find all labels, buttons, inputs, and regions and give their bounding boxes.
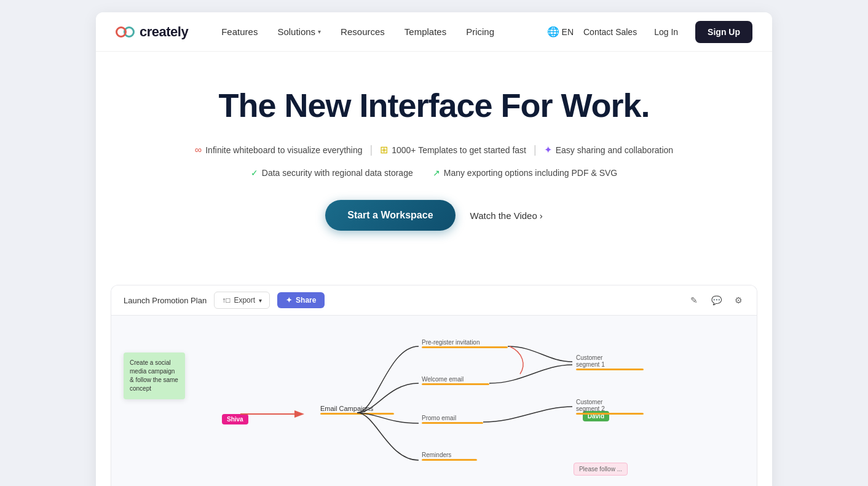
svg-text:Welcome email: Welcome email [422, 376, 464, 383]
watch-video-button[interactable]: Watch the Video › [470, 210, 543, 221]
comment-icon[interactable]: 💬 [710, 294, 722, 306]
feature-whiteboard: ∞ Infinite whiteboard to visualize every… [187, 142, 370, 158]
mindmap-diagram: Email Campaigns Pre-register invitation [111, 316, 757, 486]
app-preview: Launch Promotion Plan ↑□ Export ▾ ✦ Shar… [111, 285, 757, 486]
logo-icon [116, 26, 135, 38]
nav-pricing[interactable]: Pricing [457, 22, 503, 42]
export-button[interactable]: ↑□ Export ▾ [214, 292, 270, 309]
browser-window: creately Features Solutions ▾ Resources … [0, 0, 868, 486]
contact-sales-link[interactable]: Contact Sales [583, 27, 637, 37]
hero-features-row2: ✓ Data security with regional data stora… [116, 168, 752, 178]
nav-links: Features Solutions ▾ Resources Templates… [213, 22, 546, 42]
svg-rect-15 [576, 413, 644, 415]
feature-export: ↗ Many exporting options including PDF &… [433, 168, 617, 178]
svg-text:segment 1: segment 1 [576, 361, 605, 368]
share-button[interactable]: ✦ Share [277, 292, 325, 308]
chevron-right-icon: › [540, 210, 543, 221]
canvas-area: Create a social media campaign & follow … [111, 316, 757, 486]
nav-solutions[interactable]: Solutions ▾ [269, 22, 329, 42]
feature-templates: ⊞ 1000+ Templates to get started fast [373, 141, 534, 158]
templates-icon: ⊞ [380, 144, 388, 156]
feature-sharing: ✦ Easy sharing and collaboration [537, 141, 681, 158]
svg-text:Pre-register invitation: Pre-register invitation [422, 339, 479, 346]
export-arrow-icon: ↑□ [222, 296, 230, 305]
toolbar-left: Launch Promotion Plan ↑□ Export ▾ ✦ Shar… [124, 292, 325, 309]
chevron-down-icon: ▾ [318, 28, 321, 35]
export-icon: ↗ [433, 168, 440, 178]
feature-security: ✓ Data security with regional data stora… [251, 168, 413, 178]
share-icon: ✦ [544, 144, 552, 156]
settings-icon[interactable]: ⚙ [732, 294, 744, 306]
hero-section: The New Interface For Work. ∞ Infinite w… [96, 52, 772, 285]
nav-resources[interactable]: Resources [332, 22, 393, 42]
main-container: creately Features Solutions ▾ Resources … [96, 12, 772, 486]
infinite-icon: ∞ [195, 145, 202, 156]
language-selector[interactable]: 🌐 EN [547, 26, 574, 38]
svg-text:Promo email: Promo email [422, 415, 456, 421]
logo-text: creately [140, 24, 188, 40]
signup-button[interactable]: Sign Up [695, 21, 752, 43]
svg-text:Reminders: Reminders [422, 452, 451, 458]
logo-circle-left [116, 26, 127, 38]
hero-cta: Start a Workspace Watch the Video › [116, 200, 752, 231]
svg-rect-5 [422, 383, 489, 385]
hero-features-row1: ∞ Infinite whiteboard to visualize every… [116, 141, 752, 158]
navbar: creately Features Solutions ▾ Resources … [96, 12, 772, 52]
hero-title: The New Interface For Work. [116, 86, 752, 124]
globe-icon: 🌐 [547, 26, 559, 38]
toolbar-right: ✎ 💬 ⚙ [688, 294, 744, 306]
start-workspace-button[interactable]: Start a Workspace [325, 200, 455, 231]
app-toolbar: Launch Promotion Plan ↑□ Export ▾ ✦ Shar… [111, 285, 757, 316]
nav-templates[interactable]: Templates [396, 22, 455, 42]
svg-rect-3 [422, 346, 508, 348]
svg-text:Customer: Customer [576, 354, 603, 361]
export-chevron-icon: ▾ [259, 297, 262, 304]
nav-right: 🌐 EN Contact Sales Log In Sign Up [547, 21, 752, 43]
svg-text:Customer: Customer [576, 399, 603, 405]
shield-icon: ✓ [251, 168, 258, 178]
nav-features[interactable]: Features [213, 22, 266, 42]
svg-rect-9 [422, 459, 477, 461]
svg-rect-7 [422, 422, 483, 424]
diagram-title: Launch Promotion Plan [124, 296, 207, 305]
share-small-icon: ✦ [286, 296, 292, 305]
login-button[interactable]: Log In [647, 22, 685, 42]
edit-icon[interactable]: ✎ [688, 294, 700, 306]
logo[interactable]: creately [116, 24, 188, 40]
svg-rect-12 [576, 368, 644, 370]
svg-text:segment 2: segment 2 [576, 405, 605, 412]
